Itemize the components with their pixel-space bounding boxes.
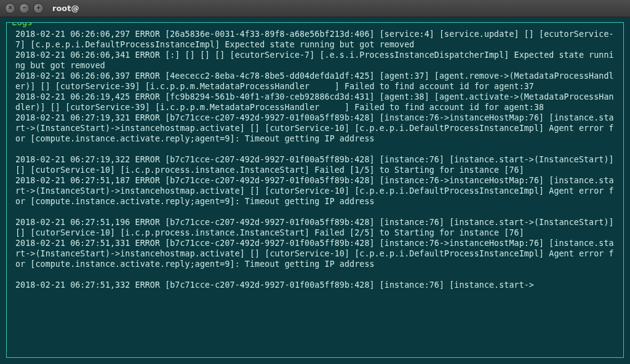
- minimize-icon: –: [22, 4, 26, 11]
- titlebar: × – + root@: [0, 0, 630, 17]
- terminal-window: × – + root@ Logs 2018-02-21 06:26:06,297…: [0, 0, 630, 364]
- logs-panel-label: Logs: [10, 22, 34, 27]
- window-title: root@: [52, 4, 79, 13]
- close-button[interactable]: ×: [5, 3, 15, 14]
- maximize-button[interactable]: +: [33, 3, 44, 14]
- log-output[interactable]: 2018-02-21 06:26:06,297 ERROR [26a5836e-…: [15, 29, 617, 290]
- logs-panel: Logs 2018-02-21 06:26:06,297 ERROR [26a5…: [6, 22, 624, 358]
- close-icon: ×: [8, 4, 12, 11]
- terminal-body[interactable]: Logs 2018-02-21 06:26:06,297 ERROR [26a5…: [0, 17, 630, 364]
- maximize-icon: +: [36, 4, 40, 11]
- minimize-button[interactable]: –: [19, 3, 30, 14]
